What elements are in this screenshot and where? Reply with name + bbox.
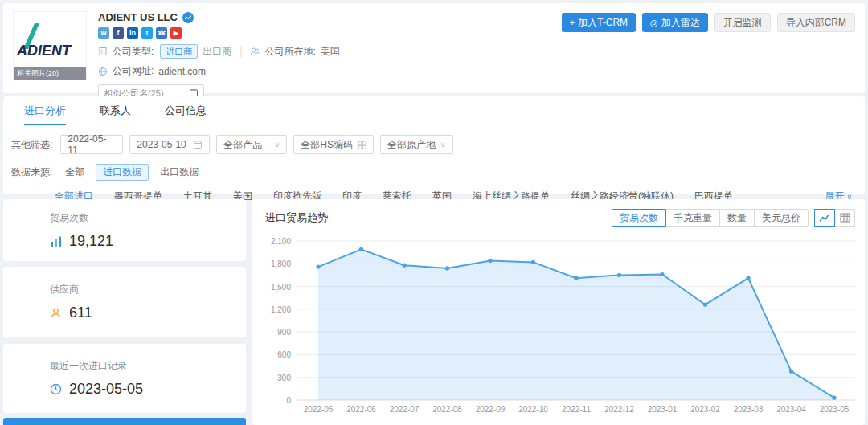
header-actions: + 加入T-CRM ◎ 加入雷达 开启监测 导入内部CRM xyxy=(562,13,855,32)
adient-logo-image: ADIENT xyxy=(15,20,84,59)
company-info: ADIENT US LLC w f in t ☎ ▶ 公司类型: 进口商 出口商… xyxy=(98,11,340,102)
monitor-badge-icon[interactable] xyxy=(182,12,194,23)
tab-company-info[interactable]: 公司信息 xyxy=(165,96,207,125)
add-tcrm-label: 加入T-CRM xyxy=(578,16,628,30)
metric-toggle[interactable]: 美元总价 xyxy=(754,209,809,227)
hs-picker-icon xyxy=(358,141,366,149)
chart-title: 进口贸易趋势 xyxy=(265,210,328,225)
product-select-value: 全部产品 xyxy=(223,138,262,152)
x-tick-label: 2023-04 xyxy=(776,405,806,414)
y-tick-label: 1,500 xyxy=(271,282,291,291)
y-tick-label: 900 xyxy=(277,328,291,337)
analysis-panel: 进口分析 联系人 公司信息 其他筛选: 2022-05-11 2023-05-1… xyxy=(3,96,865,194)
left-panel-next-card[interactable] xyxy=(3,418,246,425)
supplier-icon xyxy=(50,307,62,319)
line-chart-icon[interactable] xyxy=(814,209,835,227)
youtube-icon[interactable]: ▶ xyxy=(170,27,182,39)
location-value: 美国 xyxy=(321,45,340,59)
metric-toggle[interactable]: 数量 xyxy=(719,209,755,227)
x-tick-label: 2023-02 xyxy=(690,405,720,414)
tcrm-icon: + xyxy=(570,18,575,27)
y-tick-label: 1,200 xyxy=(271,304,291,313)
x-tick-label: 2022-11 xyxy=(562,405,591,414)
phone-icon[interactable]: ☎ xyxy=(156,27,167,39)
weibo-icon[interactable]: w xyxy=(98,27,109,39)
table-view-icon[interactable] xyxy=(834,209,855,227)
x-axis: 2022-052022-062022-072022-082022-092022-… xyxy=(297,405,855,416)
start-date-input[interactable]: 2022-05-11 xyxy=(60,135,123,154)
y-tick-label: 0 xyxy=(286,396,291,405)
filter-row: 其他筛选: 2022-05-11 2023-05-10 全部产品 ∨ 全部HS编… xyxy=(11,135,865,154)
facebook-icon[interactable]: f xyxy=(113,27,124,39)
x-tick-label: 2022-07 xyxy=(390,405,420,414)
add-radar-button[interactable]: ◎ 加入雷达 xyxy=(642,13,708,32)
x-tick-label: 2022-12 xyxy=(604,405,634,414)
chevron-down-icon: ∨ xyxy=(440,141,446,149)
end-date-input[interactable]: 2023-05-10 xyxy=(129,135,210,154)
start-monitor-button[interactable]: 开启监测 xyxy=(714,13,771,32)
x-tick-label: 2022-08 xyxy=(432,405,462,414)
trend-plot[interactable] xyxy=(297,241,855,400)
exporter-tag[interactable]: 出口商 xyxy=(203,45,231,59)
location-label: 公司所在地: xyxy=(264,45,315,59)
location-icon xyxy=(250,47,260,56)
chevron-down-icon: ∨ xyxy=(275,141,280,149)
tab-contacts[interactable]: 联系人 xyxy=(100,96,131,125)
origin-select-value: 全部原产地 xyxy=(387,138,436,152)
company-type-label: 公司类型: xyxy=(113,45,154,59)
hs-code-input[interactable]: 全部HS编码 xyxy=(293,135,374,154)
trade-count-label: 贸易次数 xyxy=(50,211,246,225)
x-tick-label: 2023-03 xyxy=(734,405,764,414)
y-tick-label: 2,100 xyxy=(271,237,291,246)
y-axis: 03006009001,2001,5001,8002,100 xyxy=(260,241,291,400)
trade-count-value: 19,121 xyxy=(69,233,113,250)
related-images-label[interactable]: 相关图片(20) xyxy=(14,67,86,80)
start-date-value: 2022-05-11 xyxy=(68,133,116,156)
metric-toggle[interactable]: 千克重量 xyxy=(665,209,720,227)
y-tick-label: 300 xyxy=(277,373,291,382)
importer-tag[interactable]: 进口商 xyxy=(160,44,198,59)
svg-text:ADIENT: ADIENT xyxy=(16,43,72,59)
metric-toggle-group: 贸易次数千克重量数量美元总价 xyxy=(612,209,809,227)
origin-select[interactable]: 全部原产地 ∨ xyxy=(380,135,453,154)
x-tick-label: 2022-05 xyxy=(304,405,334,414)
add-radar-label: 加入雷达 xyxy=(661,16,700,30)
metric-toggle[interactable]: 贸易次数 xyxy=(612,209,666,227)
supplier-card: 供应商 611 xyxy=(3,267,246,337)
y-tick-label: 600 xyxy=(277,350,291,359)
end-date-value: 2023-05-10 xyxy=(137,139,186,150)
globe-icon xyxy=(98,67,108,76)
twitter-icon[interactable]: t xyxy=(141,27,153,39)
meta-divider: | xyxy=(240,46,242,57)
calendar-icon xyxy=(193,140,203,149)
linkedin-icon[interactable]: in xyxy=(127,27,138,39)
last-import-label: 最近一次进口记录 xyxy=(50,359,246,373)
tab-import-analysis[interactable]: 进口分析 xyxy=(24,96,66,125)
import-crm-label: 导入内部CRM xyxy=(786,16,846,30)
trade-count-card: 贸易次数 19,121 xyxy=(3,199,246,261)
hs-code-value: 全部HS编码 xyxy=(301,138,353,152)
source-import-data[interactable]: 进口数据 xyxy=(96,164,149,181)
website-link[interactable]: adient.com xyxy=(158,66,206,77)
start-monitor-label: 开启监测 xyxy=(723,16,762,30)
chart-type-group xyxy=(815,209,855,227)
x-tick-label: 2023-05 xyxy=(820,405,850,414)
source-export-data[interactable]: 出口数据 xyxy=(160,166,199,179)
company-type-icon xyxy=(98,47,108,56)
y-tick-label: 1,800 xyxy=(271,259,291,268)
add-tcrm-button[interactable]: + 加入T-CRM xyxy=(562,13,636,32)
company-name: ADIENT US LLC xyxy=(98,11,178,23)
company-logo[interactable]: ADIENT 相关图片(20) xyxy=(13,11,87,80)
supplier-value: 611 xyxy=(69,304,92,321)
import-crm-button[interactable]: 导入内部CRM xyxy=(777,13,855,32)
data-source-label: 数据来源: xyxy=(11,166,52,179)
x-tick-label: 2022-09 xyxy=(476,405,506,414)
tab-bar: 进口分析 联系人 公司信息 xyxy=(3,96,865,125)
bar-chart-icon xyxy=(50,235,62,247)
product-select[interactable]: 全部产品 ∨ xyxy=(216,135,287,154)
source-all[interactable]: 全部 xyxy=(65,166,84,179)
x-tick-label: 2022-06 xyxy=(346,405,376,414)
x-tick-label: 2023-01 xyxy=(648,405,678,414)
supplier-label: 供应商 xyxy=(50,283,246,296)
last-import-value: 2023-05-05 xyxy=(69,381,143,398)
